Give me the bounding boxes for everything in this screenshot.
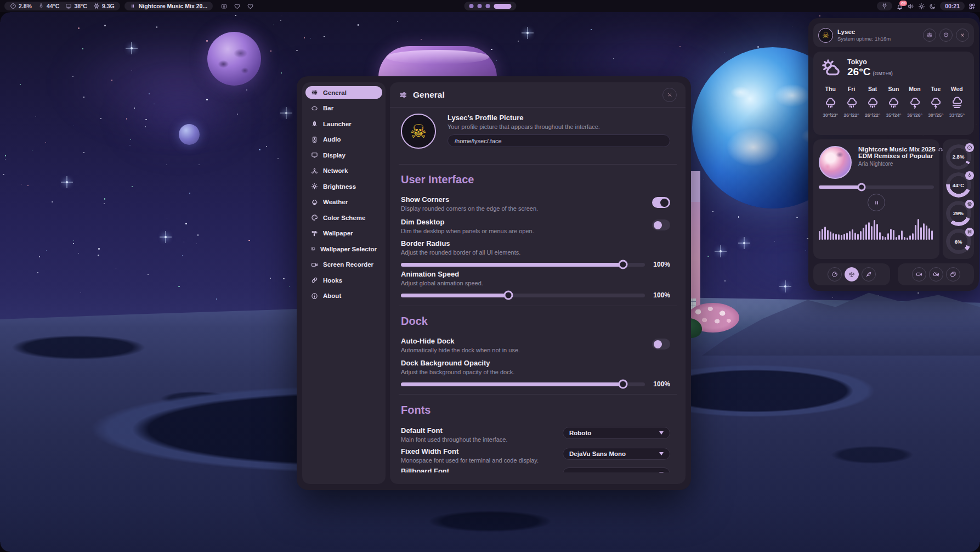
bright-star xyxy=(720,250,722,252)
sidebar-item-label: Screen Recorder xyxy=(323,261,373,268)
profile-path-input[interactable]: /home/lysec/.face xyxy=(447,134,670,147)
visualizer-bar xyxy=(923,223,925,240)
network-tray-button[interactable] xyxy=(877,2,892,10)
workspace-active[interactable] xyxy=(494,4,511,9)
border-radius-slider[interactable] xyxy=(401,263,645,267)
star xyxy=(185,223,186,224)
system-uptime: System uptime: 1h16m xyxy=(837,36,891,42)
winshot-icon xyxy=(950,271,956,278)
window-screenshot-button[interactable] xyxy=(946,267,960,281)
profile-row: ☠ Lysec's Profile Picture Your profile p… xyxy=(401,114,670,149)
balanced-profile-button[interactable] xyxy=(845,267,859,281)
forecast-day-fri: Fri26°/22° xyxy=(841,86,862,118)
visualizer-bar xyxy=(893,230,894,240)
clock[interactable]: 00:21 xyxy=(940,2,965,10)
default-font-dropdown[interactable]: Roboto xyxy=(563,427,670,439)
seek-slider[interactable] xyxy=(819,185,934,189)
workspace-dot[interactable] xyxy=(485,4,490,8)
star xyxy=(266,146,267,147)
billboard-font-dropdown[interactable] xyxy=(563,467,670,472)
star xyxy=(156,26,157,27)
flame-icon xyxy=(965,171,974,180)
setting-description: Adjust global animation speed. xyxy=(401,280,670,286)
sidebar-item-brightness[interactable]: Brightness xyxy=(305,180,382,193)
workspace-dot[interactable] xyxy=(477,4,481,8)
sidebar-item-color-scheme[interactable]: Color Scheme xyxy=(305,211,382,224)
screen-corner xyxy=(0,542,10,552)
user-card: ☠ Lysec System uptime: 1h16m xyxy=(813,23,974,47)
weather-card: Tokyo 26°C (GMT+9) Thu30°/23°Fri26°/22°S… xyxy=(813,52,974,135)
star xyxy=(216,298,217,300)
workspace-indicator[interactable] xyxy=(464,2,516,10)
settings-button[interactable] xyxy=(923,29,936,42)
camera-off-button[interactable] xyxy=(929,267,943,281)
show-corners-toggle[interactable] xyxy=(652,197,670,208)
sidebar-item-wallpaper[interactable]: Wallpaper xyxy=(305,227,382,240)
brightness-icon[interactable] xyxy=(918,3,925,10)
auto-hide-dock-toggle[interactable] xyxy=(652,339,670,350)
workspace-dot[interactable] xyxy=(469,4,473,8)
profile-avatar[interactable]: ☠ xyxy=(401,114,436,149)
visualizer-bar xyxy=(849,231,851,240)
star xyxy=(72,76,73,77)
sidebar-item-weather[interactable]: Weather xyxy=(305,196,382,209)
star xyxy=(281,15,281,15)
headphones-icon xyxy=(938,147,943,152)
forecast-day-mon: Mon36°/26° xyxy=(904,86,925,118)
forecast-temps: 35°/24° xyxy=(883,112,904,118)
fixed-width-font-dropdown[interactable]: DejaVu Sans Mono xyxy=(563,448,670,460)
power-button[interactable] xyxy=(939,29,953,42)
sidebar-item-wallpaper-selector[interactable]: Wallpaper Selector xyxy=(305,243,382,255)
emote-icon[interactable] xyxy=(220,3,228,10)
rocket-icon xyxy=(311,120,318,127)
close-panel-button[interactable] xyxy=(956,29,969,42)
pause-button[interactable] xyxy=(868,194,885,211)
star xyxy=(166,165,167,165)
seek-thumb[interactable] xyxy=(857,183,865,191)
sidebar-item-hooks[interactable]: Hooks xyxy=(305,274,382,286)
visualizer-bar xyxy=(874,220,875,240)
heart-icon[interactable] xyxy=(234,3,241,10)
powersaver-profile-button[interactable] xyxy=(862,267,876,281)
sidebar-item-display[interactable]: Display xyxy=(305,149,382,161)
album-art xyxy=(819,146,852,179)
star xyxy=(129,145,131,146)
forecast-temps: 26°/22° xyxy=(862,112,883,118)
slider-thumb[interactable] xyxy=(618,380,627,389)
sidebar-item-launcher[interactable]: Launcher xyxy=(305,117,382,130)
setting-description: Automatically hide the dock when not in … xyxy=(401,347,670,353)
night-light-icon[interactable] xyxy=(929,3,936,10)
performance-profile-button[interactable] xyxy=(828,267,842,281)
visualizer-bar xyxy=(827,230,829,240)
star xyxy=(27,185,29,187)
dashboard-icon[interactable] xyxy=(968,3,976,10)
dim-desktop-row: Dim Desktop Dim the desktop when panels … xyxy=(401,218,670,234)
dock-opacity-slider[interactable] xyxy=(401,382,645,386)
notifications-button[interactable]: 23 xyxy=(896,3,903,10)
slider-thumb[interactable] xyxy=(618,260,627,269)
sidebar-item-network[interactable]: Network xyxy=(305,165,382,177)
animation-speed-slider[interactable] xyxy=(401,294,645,297)
sidebar-item-screen-recorder[interactable]: Screen Recorder xyxy=(305,258,382,271)
forecast-day-wed: Wed33°/25° xyxy=(947,86,967,118)
sidebar-item-audio[interactable]: Audio xyxy=(305,133,382,146)
screen-corner xyxy=(0,12,10,22)
volume-icon[interactable] xyxy=(907,3,914,10)
utilities-group xyxy=(898,263,974,285)
media-pill[interactable]: Nightcore Music Mix 20... xyxy=(124,2,213,10)
forecast-day-label: Fri xyxy=(841,86,862,92)
star xyxy=(738,216,739,217)
setting-description: Main font used throughout the interface. xyxy=(401,436,507,443)
dim-desktop-toggle[interactable] xyxy=(652,219,670,230)
heart-icon[interactable] xyxy=(247,3,254,10)
sidebar-item-bar[interactable]: Bar xyxy=(305,102,382,115)
sidebar-item-about[interactable]: About xyxy=(305,290,382,302)
gauge-icon xyxy=(10,3,16,9)
content-header: General xyxy=(390,82,686,108)
star xyxy=(397,21,398,22)
sidebar-item-general[interactable]: General xyxy=(305,86,382,99)
sun-icon xyxy=(311,183,318,190)
screen-record-button[interactable] xyxy=(912,267,926,281)
slider-thumb[interactable] xyxy=(503,291,513,300)
close-button[interactable] xyxy=(662,88,677,102)
